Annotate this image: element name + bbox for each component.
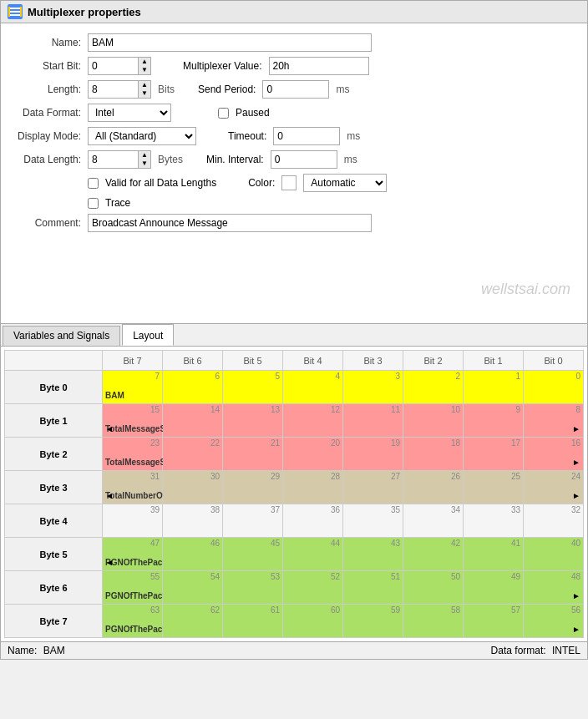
bit-cell-1-3[interactable]: 12 [283, 404, 343, 438]
bit-cell-2-7[interactable]: 16► [524, 438, 584, 471]
bit-num-0-0: 7 [155, 372, 160, 381]
bit-cell-5-0[interactable]: 47PGNOfThePacketedMessage◄ [103, 538, 163, 571]
bit-cell-1-5[interactable]: 10 [403, 404, 464, 438]
length-spinner[interactable]: ▲ ▼ [88, 80, 151, 99]
bit-num-6-5: 50 [451, 572, 460, 581]
comment-input[interactable] [88, 214, 372, 232]
bit-cell-2-2[interactable]: 21 [223, 438, 283, 471]
bit-cell-7-6[interactable]: 57 [464, 605, 524, 638]
color-select[interactable]: Automatic [303, 174, 387, 192]
tab-variables[interactable]: Variables and Signals [3, 326, 120, 346]
length-input[interactable] [88, 80, 138, 99]
tab-layout[interactable]: Layout [122, 324, 174, 346]
bit-cell-4-0[interactable]: 39 [103, 504, 163, 538]
bit-cell-5-4[interactable]: 43 [343, 538, 403, 571]
bit-cell-5-5[interactable]: 42 [403, 538, 464, 571]
bit-cell-0-5[interactable]: 2 [403, 371, 464, 404]
bit-cell-7-4[interactable]: 59 [343, 605, 403, 638]
bit-cell-2-4[interactable]: 19 [343, 438, 403, 471]
paused-checkbox[interactable] [218, 108, 229, 119]
bit-cell-2-0[interactable]: 23TotalMessageSize [103, 438, 163, 471]
bit-cell-7-7[interactable]: 56► [524, 605, 584, 638]
bit-cell-6-7[interactable]: 48► [524, 571, 584, 605]
bit-cell-0-7[interactable]: 0 [524, 371, 584, 404]
arrow-left-1-0: ◄ [105, 424, 114, 433]
startbit-input[interactable] [88, 57, 138, 75]
bit-cell-3-0[interactable]: 31TotalNumberOfPackets◄ [103, 471, 163, 504]
bit-cell-7-2[interactable]: 61 [223, 605, 283, 638]
datalength-up[interactable]: ▲ [139, 151, 150, 159]
valid-checkbox[interactable] [88, 178, 99, 189]
bit-cell-6-5[interactable]: 50 [403, 571, 464, 605]
window-title: Multiplexer properties [28, 6, 141, 18]
startbit-spinner[interactable]: ▲ ▼ [88, 57, 151, 75]
bit-num-4-5: 34 [451, 505, 460, 514]
length-down[interactable]: ▼ [139, 89, 150, 98]
datalength-spinner[interactable]: ▲ ▼ [88, 150, 151, 169]
dataformat-select[interactable]: Intel Motorola [88, 104, 171, 122]
bit-cell-6-2[interactable]: 53 [223, 571, 283, 605]
bit-cell-7-3[interactable]: 60 [283, 605, 343, 638]
displaymode-select[interactable]: All (Standard) [88, 127, 196, 145]
byte-label-5: Byte 5 [5, 538, 103, 571]
startbit-down[interactable]: ▼ [139, 66, 150, 74]
bit-cell-1-6[interactable]: 9 [464, 404, 524, 438]
bit-num-5-7: 40 [571, 539, 580, 548]
timeout-input[interactable] [273, 127, 340, 145]
bit-cell-4-1[interactable]: 38 [163, 504, 223, 538]
length-up[interactable]: ▲ [139, 81, 150, 89]
bit-cell-0-2[interactable]: 5 [223, 371, 283, 404]
bit-cell-3-4[interactable]: 27 [343, 471, 403, 504]
bit-cell-6-0[interactable]: 55PGNOfThePacketedMessage [103, 571, 163, 605]
sendperiod-input[interactable] [262, 80, 329, 99]
bit-cell-5-6[interactable]: 41 [464, 538, 524, 571]
bit-cell-3-5[interactable]: 26 [403, 471, 464, 504]
bit-num-4-7: 32 [571, 505, 580, 514]
bit-cell-4-2[interactable]: 37 [223, 504, 283, 538]
bit-num-4-1: 38 [210, 505, 220, 514]
bit-cell-6-4[interactable]: 51 [343, 571, 403, 605]
bit-cell-3-7[interactable]: 24► [524, 471, 584, 504]
bit-cell-5-2[interactable]: 45 [223, 538, 283, 571]
bit-cell-1-0[interactable]: 15TotalMessageSize◄ [103, 404, 163, 438]
bit-cell-2-6[interactable]: 17 [464, 438, 524, 471]
startbit-up[interactable]: ▲ [139, 58, 150, 66]
bit-cell-4-7[interactable]: 32 [524, 504, 584, 538]
bit-cell-7-0[interactable]: 63PGNOfThePacketedMessage [103, 605, 163, 638]
bit-cell-7-5[interactable]: 58 [403, 605, 464, 638]
bit-cell-2-5[interactable]: 18 [403, 438, 464, 471]
bit-cell-0-6[interactable]: 1 [464, 371, 524, 404]
bit-cell-0-3[interactable]: 4 [283, 371, 343, 404]
bit-cell-2-3[interactable]: 20 [283, 438, 343, 471]
bit-cell-2-1[interactable]: 22 [163, 438, 223, 471]
bit-cell-1-2[interactable]: 13 [223, 404, 283, 438]
bit-cell-6-6[interactable]: 49 [464, 571, 524, 605]
bit-cell-3-2[interactable]: 29 [223, 471, 283, 504]
bit-cell-1-1[interactable]: 14 [163, 404, 223, 438]
name-input[interactable] [88, 33, 372, 52]
bit-cell-3-6[interactable]: 25 [464, 471, 524, 504]
bit-cell-5-7[interactable]: 40 [524, 538, 584, 571]
bit-cell-1-7[interactable]: 8► [524, 404, 584, 438]
bit-cell-4-4[interactable]: 35 [343, 504, 403, 538]
datalength-input[interactable] [88, 150, 138, 169]
bit-cell-1-4[interactable]: 11 [343, 404, 403, 438]
bit-cell-7-1[interactable]: 62 [163, 605, 223, 638]
mininterval-input[interactable] [271, 150, 337, 169]
bit-cell-0-1[interactable]: 6 [163, 371, 223, 404]
bit-cell-0-4[interactable]: 3 [343, 371, 403, 404]
bit-cell-3-1[interactable]: 30 [163, 471, 223, 504]
bit-cell-3-3[interactable]: 28 [283, 471, 343, 504]
bit-cell-5-1[interactable]: 46 [163, 538, 223, 571]
bit-cell-4-5[interactable]: 34 [403, 504, 464, 538]
bit-cell-6-3[interactable]: 52 [283, 571, 343, 605]
bit-num-3-5: 26 [451, 472, 460, 481]
bit-cell-5-3[interactable]: 44 [283, 538, 343, 571]
bit-cell-4-3[interactable]: 36 [283, 504, 343, 538]
bit-cell-4-6[interactable]: 33 [464, 504, 524, 538]
bit-cell-0-0[interactable]: 7BAM [103, 371, 163, 404]
datalength-down[interactable]: ▼ [139, 159, 150, 168]
trace-checkbox[interactable] [88, 198, 99, 209]
bit-cell-6-1[interactable]: 54 [163, 571, 223, 605]
muxvalue-input[interactable] [269, 57, 369, 75]
